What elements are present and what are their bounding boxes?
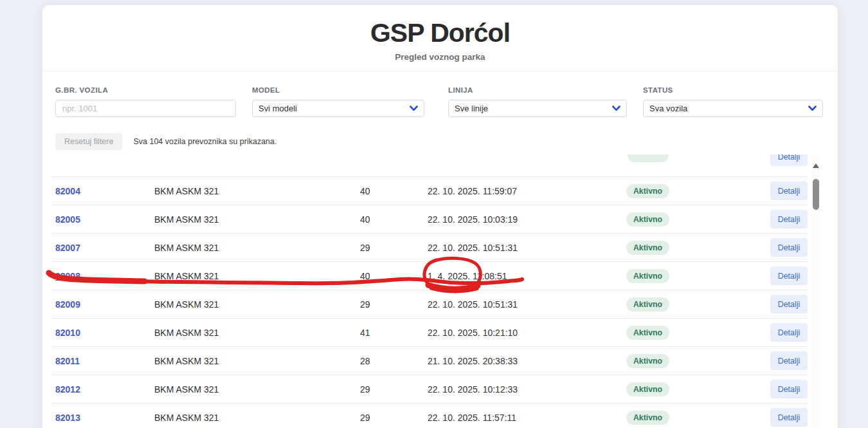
scrollbar-thumb[interactable] <box>813 179 819 210</box>
timestamp-cell: 21. 10. 2025. 20:38:33 <box>428 356 585 366</box>
vehicle-link[interactable]: 82010 <box>55 328 80 338</box>
status-badge: Aktivno <box>626 241 669 255</box>
line-cell: 28 <box>360 356 428 366</box>
line-select-value: Sve linije <box>455 104 488 113</box>
timestamp-cell: 22. 10. 2025. 10:21:10 <box>428 328 585 338</box>
status-select[interactable]: Sva vozila <box>643 100 823 117</box>
fleet-overview-page: GSP Dorćol Pregled voznog parka G.BR. VO… <box>0 0 868 428</box>
status-badge: Aktivno <box>626 354 669 368</box>
details-button[interactable]: Detalji <box>770 380 808 398</box>
line-cell: 29 <box>360 384 428 395</box>
status-badge: Aktivno <box>626 184 669 198</box>
filter-summary-text: Sva 104 vozila prevoznika su prikazana. <box>133 137 276 146</box>
filter-line: LINIJA Sve linije <box>448 86 627 117</box>
status-badge: Aktivno <box>626 382 669 396</box>
status-badge: Aktivno <box>626 297 669 312</box>
model-cell: BKM ASKM 321 <box>154 413 360 423</box>
chevron-down-icon <box>808 106 817 111</box>
table-scrollbar[interactable] <box>811 154 820 428</box>
vehicle-link[interactable]: 82004 <box>55 186 80 196</box>
vehicle-link[interactable]: 82012 <box>55 384 80 395</box>
status-badge: Aktivno <box>626 269 669 283</box>
details-button[interactable]: Detalji <box>770 351 808 370</box>
model-label: MODEL <box>252 86 424 94</box>
status-badge: Aktivno <box>626 326 669 340</box>
model-cell: BKM ASKM 321 <box>154 214 360 225</box>
model-cell: BKM ASKM 321 <box>154 384 360 395</box>
details-button-clipped[interactable]: Detalji <box>770 154 808 166</box>
details-button[interactable]: Detalji <box>770 408 808 427</box>
line-label: LINIJA <box>448 86 627 94</box>
line-cell: 40 <box>360 271 428 281</box>
chevron-down-icon <box>410 106 418 111</box>
model-cell: BKM ASKM 321 <box>154 299 360 310</box>
model-cell: BKM ASKM 321 <box>154 186 360 196</box>
table-row: 82012 BKM ASKM 321 29 22. 10. 2025. 10:1… <box>51 375 808 404</box>
vehicle-table: 82004 BKM ASKM 321 40 22. 10. 2025. 11:5… <box>51 176 808 428</box>
line-select[interactable]: Sve linije <box>448 100 627 117</box>
table-row: 82013 BKM ASKM 321 29 22. 10. 2025. 11:5… <box>51 404 808 428</box>
model-cell: BKM ASKM 321 <box>154 243 360 253</box>
timestamp-cell: 1. 4. 2025. 11:08:51 <box>428 271 585 281</box>
vehicle-link[interactable]: 82009 <box>55 299 80 310</box>
timestamp-cell: 22. 10. 2025. 10:51:31 <box>428 299 585 310</box>
content-card: GSP Dorćol Pregled voznog parka G.BR. VO… <box>42 5 838 428</box>
line-cell: 40 <box>360 186 428 196</box>
page-title: GSP Dorćol <box>42 5 838 48</box>
line-cell: 29 <box>360 243 428 253</box>
status-select-value: Sva vozila <box>649 104 687 113</box>
vehicle-link[interactable]: 82013 <box>55 413 80 423</box>
line-cell: 40 <box>360 214 428 225</box>
line-cell: 29 <box>360 413 428 423</box>
vehicle-link[interactable]: 82007 <box>55 243 80 253</box>
vehicle-link[interactable]: 82008 <box>55 271 80 281</box>
timestamp-cell: 22. 10. 2025. 10:03:19 <box>428 214 585 225</box>
vehicle-link[interactable]: 82011 <box>55 356 80 366</box>
model-cell: BKM ASKM 321 <box>154 271 360 281</box>
details-button[interactable]: Detalji <box>770 266 808 285</box>
page-subtitle: Pregled voznog parka <box>42 52 838 62</box>
vehicle-link[interactable]: 82005 <box>55 214 80 225</box>
page-header: GSP Dorćol Pregled voznog parka <box>42 5 838 71</box>
table-row: 82007 BKM ASKM 321 29 22. 10. 2025. 10:5… <box>51 234 808 262</box>
timestamp-cell: 22. 10. 2025. 11:57:11 <box>428 413 585 423</box>
scroll-up-arrow-icon[interactable] <box>813 163 819 168</box>
details-button[interactable]: Detalji <box>770 181 808 200</box>
chevron-down-icon <box>612 106 620 111</box>
table-row: 82011 BKM ASKM 321 28 21. 10. 2025. 20:3… <box>51 347 808 375</box>
table-row: 82004 BKM ASKM 321 40 22. 10. 2025. 11:5… <box>51 177 808 205</box>
table-row: 82010 BKM ASKM 321 41 22. 10. 2025. 10:2… <box>51 319 808 347</box>
table-row: 82008 BKM ASKM 321 40 1. 4. 2025. 11:08:… <box>51 262 808 290</box>
table-row: 82005 BKM ASKM 321 40 22. 10. 2025. 10:0… <box>51 205 808 234</box>
filter-model: MODEL Svi modeli <box>252 86 424 117</box>
status-badge-clipped <box>628 154 669 162</box>
filter-vehicle-number: G.BR. VOZILA <box>55 86 236 117</box>
vehicle-number-input[interactable] <box>55 100 236 117</box>
line-cell: 29 <box>360 299 428 310</box>
reset-filters-button[interactable]: Resetuj filtere <box>55 133 122 150</box>
reset-row: Resetuj filtere Sva 104 vozila prevoznik… <box>55 133 276 150</box>
timestamp-cell: 22. 10. 2025. 11:59:07 <box>428 186 585 196</box>
filter-status: STATUS Sva vozila <box>643 86 823 117</box>
table-row: 82009 BKM ASKM 321 29 22. 10. 2025. 10:5… <box>51 290 808 319</box>
line-cell: 41 <box>360 328 428 338</box>
details-button[interactable]: Detalji <box>770 323 808 342</box>
vehicle-number-label: G.BR. VOZILA <box>55 86 236 94</box>
details-button[interactable]: Detalji <box>770 295 808 313</box>
details-button[interactable]: Detalji <box>770 210 808 228</box>
model-cell: BKM ASKM 321 <box>154 356 360 366</box>
model-select-value: Svi modeli <box>258 104 297 113</box>
timestamp-cell: 22. 10. 2025. 10:12:33 <box>428 384 585 395</box>
model-select[interactable]: Svi modeli <box>252 100 424 117</box>
timestamp-cell: 22. 10. 2025. 10:51:31 <box>428 243 585 253</box>
model-cell: BKM ASKM 321 <box>154 328 360 338</box>
status-label: STATUS <box>643 86 823 94</box>
details-button[interactable]: Detalji <box>770 238 808 257</box>
status-badge: Aktivno <box>626 212 669 227</box>
status-badge: Aktivno <box>626 411 669 425</box>
vehicle-table-body: 82004 BKM ASKM 321 40 22. 10. 2025. 11:5… <box>51 177 808 428</box>
